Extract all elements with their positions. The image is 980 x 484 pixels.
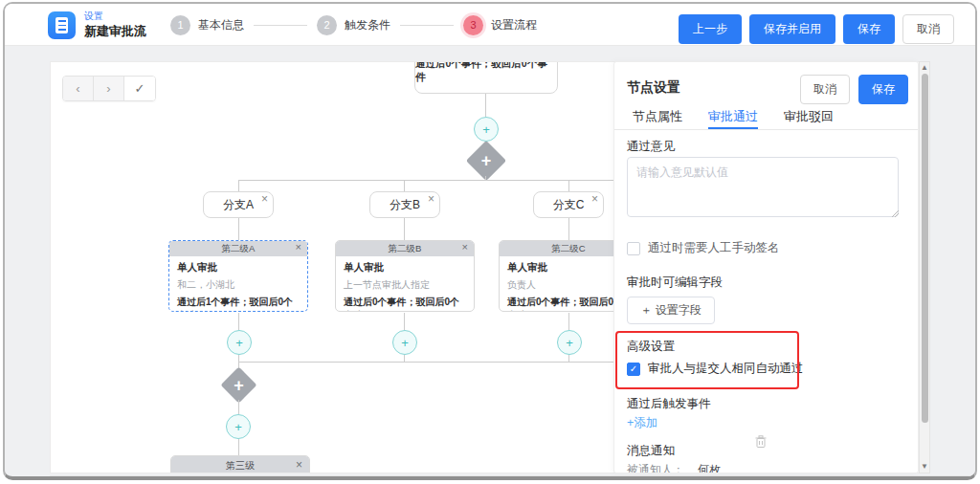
close-icon[interactable]: ×: [591, 193, 598, 205]
connector-line: [238, 313, 239, 330]
approval-card-second-level-b[interactable]: 第二级B × 单人审批 上一节点审批人指定 通过后0个事件；驳回后0个事件: [335, 240, 475, 312]
connector-line: [238, 218, 239, 240]
branch-c-node[interactable]: 分支C ×: [533, 191, 604, 218]
close-icon[interactable]: ×: [428, 193, 434, 205]
node-settings-panel: 节点设置 取消 保存 节点属性 审批通过 审批驳回 通过意见 通过时需要人工手动…: [613, 61, 919, 473]
previous-step-button[interactable]: 上一步: [679, 14, 742, 44]
page-title: 新建审批流: [84, 23, 146, 40]
app-window: 设置 新建审批流 1 基本信息 2 触发条件 3 设置流程 上一步 保存并启用 …: [3, 2, 977, 480]
step-connector: [400, 25, 454, 26]
close-icon[interactable]: ×: [261, 193, 268, 205]
panel-scrollbar[interactable]: ▲ ▼: [919, 61, 930, 473]
scroll-down-icon[interactable]: ▼: [920, 462, 929, 472]
approver-names: 负责人: [507, 278, 630, 292]
app-logo-icon: [48, 11, 76, 39]
panel-cancel-button[interactable]: 取消: [800, 75, 850, 104]
tab-approval-pass[interactable]: 审批通过: [708, 108, 758, 129]
trigger-events-label: 通过后触发事件: [627, 396, 711, 412]
checkbox-checked[interactable]: ✓: [627, 363, 640, 376]
save-and-enable-button[interactable]: 保存并启用: [749, 14, 835, 44]
approval-card-second-level-a[interactable]: 第二级A × 单人审批 和二，小湖北 通过后1个事件；驳回后0个事件: [168, 240, 308, 312]
canvas-horizontal-scrollbar[interactable]: ◂ ▸: [50, 475, 974, 480]
connector-line: [404, 313, 405, 330]
cancel-button[interactable]: 取消: [902, 14, 954, 44]
auto-pass-checkbox-row[interactable]: ✓ 审批人与提交人相同自动通过: [627, 361, 804, 377]
tab-approval-reject[interactable]: 审批驳回: [784, 108, 834, 129]
approval-type: 单人审批: [177, 261, 300, 275]
merge-gateway-icon[interactable]: +: [220, 366, 256, 403]
connector-line: [404, 355, 405, 362]
panel-tabs: 节点属性 审批通过 审批驳回: [614, 108, 918, 130]
pass-opinion-textarea[interactable]: [627, 157, 899, 217]
undo-button[interactable]: ‹: [63, 77, 94, 100]
advanced-settings-label: 高级设置: [627, 339, 675, 355]
close-icon[interactable]: ×: [296, 459, 302, 471]
panel-title: 节点设置: [627, 79, 680, 97]
connector-line: [568, 218, 569, 240]
step-trigger-conditions[interactable]: 2 触发条件: [317, 15, 390, 35]
confirm-check-button[interactable]: ✓: [124, 77, 155, 100]
connector-line: [568, 313, 569, 330]
connector-line: [568, 355, 569, 362]
tab-node-properties[interactable]: 节点属性: [633, 108, 682, 129]
node-events-text: 通过后0个事件；驳回后0个事件: [507, 296, 630, 312]
editable-fields-label: 审批时可编辑字段: [627, 275, 723, 291]
connector-line: [404, 218, 405, 240]
panel-save-button[interactable]: 保存: [858, 75, 908, 104]
approval-type: 单人审批: [344, 261, 466, 275]
connector-line: [568, 180, 569, 191]
first-level-node[interactable]: 通过后0个事件；驳回后0个事件: [414, 61, 558, 94]
step-connector: [254, 25, 307, 26]
scroll-left-icon[interactable]: ◂: [54, 475, 58, 480]
canvas-toolbar: ‹ › ✓: [62, 76, 156, 101]
step-number-3: 3: [463, 15, 483, 35]
branch-split-line: [239, 180, 632, 181]
app-section-label: 设置: [84, 10, 103, 23]
approver-names: 和二，小湖北: [177, 278, 300, 292]
message-notify-label: 消息通知: [627, 443, 675, 459]
save-button[interactable]: 保存: [843, 14, 895, 44]
connector-line: [485, 94, 486, 117]
connector-line: [238, 439, 239, 455]
add-node-button[interactable]: +: [392, 330, 417, 355]
close-icon[interactable]: ×: [296, 242, 301, 253]
third-level-node[interactable]: 第三级 ×: [170, 455, 310, 473]
header-actions: 上一步 保存并启用 保存 取消: [679, 14, 954, 44]
redo-button[interactable]: ›: [94, 77, 124, 100]
node-events-text: 通过后1个事件；驳回后0个事件: [177, 296, 300, 312]
connector-line: [238, 400, 239, 414]
scroll-right-icon[interactable]: ▸: [966, 475, 970, 480]
approver-names: 上一节点审批人指定: [344, 278, 466, 292]
close-icon[interactable]: ×: [462, 242, 468, 253]
connector-line: [238, 355, 239, 362]
step-number-1: 1: [170, 15, 190, 35]
add-node-button[interactable]: +: [227, 330, 252, 355]
connector-line: [404, 180, 405, 191]
add-node-button[interactable]: +: [474, 117, 499, 142]
connector-line: [238, 180, 239, 191]
add-node-button[interactable]: +: [557, 330, 582, 355]
step-number-2: 2: [317, 15, 337, 35]
notified-person-row: 被通知人：何枚: [627, 462, 721, 473]
scrollbar-thumb[interactable]: [922, 74, 928, 423]
branch-a-node[interactable]: 分支A ×: [203, 191, 274, 218]
pass-opinion-label: 通过意见: [627, 139, 675, 155]
step-basic-info[interactable]: 1 基本信息: [170, 15, 244, 35]
node-events-text: 通过后0个事件；驳回后0个事件: [344, 296, 466, 312]
trash-icon[interactable]: [755, 435, 767, 448]
condition-gateway-icon[interactable]: +: [466, 141, 506, 181]
top-bar: 设置 新建审批流 1 基本信息 2 触发条件 3 设置流程 上一步 保存并启用 …: [5, 4, 975, 46]
step-set-process[interactable]: 3 设置流程: [463, 15, 537, 35]
set-fields-button[interactable]: ＋ 设置字段: [627, 297, 715, 324]
branch-b-node[interactable]: 分支B ×: [369, 191, 440, 218]
add-node-button[interactable]: +: [226, 414, 251, 439]
approval-type: 单人审批: [507, 261, 630, 275]
wizard-steps: 1 基本信息 2 触发条件 3 设置流程: [170, 4, 537, 46]
scroll-up-icon[interactable]: ▲: [920, 63, 929, 73]
notified-person-value: 何枚: [698, 463, 721, 473]
branch-merge-line: [238, 362, 633, 363]
add-event-link[interactable]: +添加: [627, 415, 657, 431]
node-events-text: 通过后0个事件；驳回后0个事件: [415, 61, 557, 84]
checkbox-unchecked[interactable]: [627, 242, 640, 255]
manual-sign-checkbox-row[interactable]: 通过时需要人工手动签名: [627, 240, 780, 256]
